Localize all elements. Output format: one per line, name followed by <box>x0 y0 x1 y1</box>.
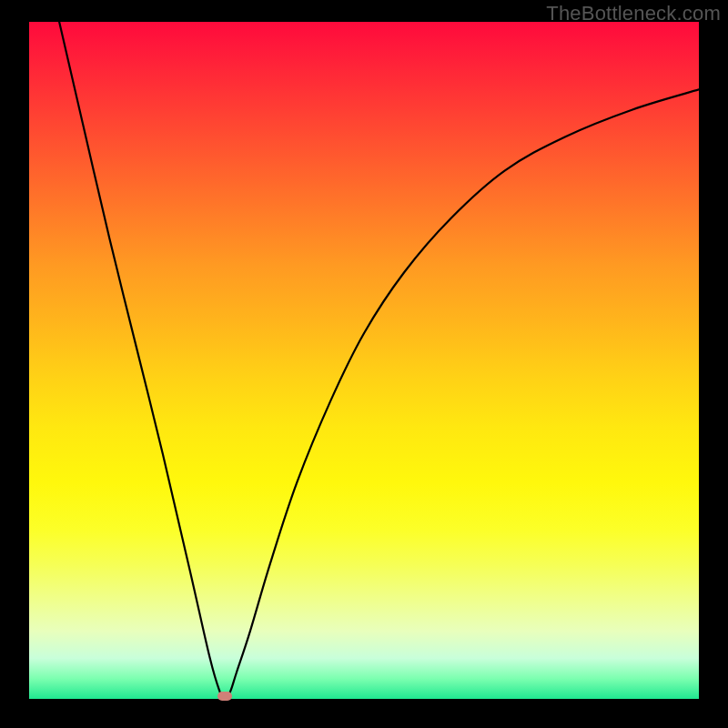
bottleneck-curve <box>29 22 699 699</box>
minimum-marker <box>217 692 232 701</box>
watermark-text: TheBottleneck.com <box>546 2 721 25</box>
